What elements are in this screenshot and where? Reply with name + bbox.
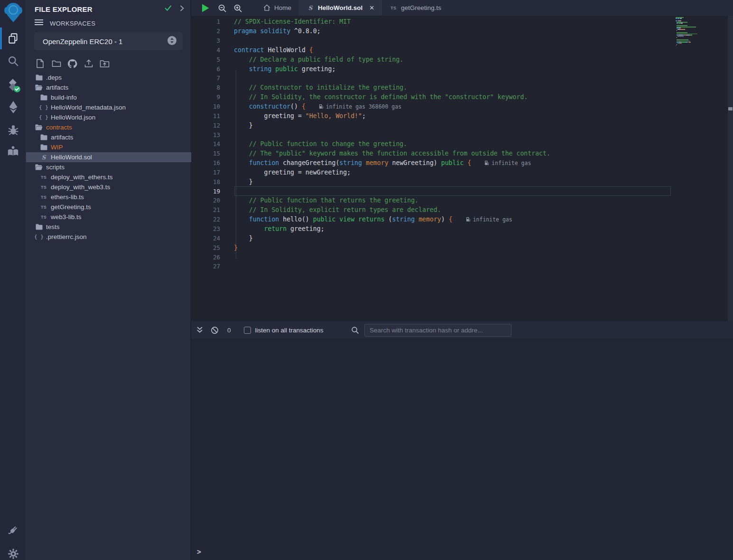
line-number: 7 — [191, 74, 220, 82]
code-text: contract HelloWorld { — [234, 46, 313, 54]
new-folder-button[interactable] — [50, 57, 62, 69]
code-editor[interactable]: 1// SPDX-License-Identifier: MIT2pragma … — [191, 16, 733, 321]
tree-item-label: build-info — [51, 94, 77, 101]
line-number: 2 — [191, 28, 220, 35]
tree-item-label: contracts — [46, 124, 72, 131]
tree-item-contracts[interactable]: contracts — [26, 122, 191, 132]
tree-item-label: deploy_with_web3.ts — [51, 184, 110, 191]
upload-file-button[interactable] — [83, 57, 94, 69]
tree-item-build-info[interactable]: build-info — [26, 92, 191, 102]
code-line-17: 17 greeting = newGreeting; — [191, 168, 728, 177]
sidebar-item-settings[interactable] — [0, 543, 26, 560]
line-number: 6 — [191, 65, 220, 73]
remix-logo-icon — [3, 2, 23, 24]
code-line-26: 26 — [191, 252, 728, 262]
tree-item-tests[interactable]: tests — [26, 222, 191, 232]
tree-item-helloworld-json[interactable]: { }HelloWorld.json — [26, 112, 191, 122]
ts-icon: TS — [390, 6, 397, 10]
json-icon: { } — [35, 234, 43, 240]
close-tab-icon[interactable]: ✕ — [369, 4, 374, 11]
sol-icon: S — [306, 5, 314, 11]
tree-item-deploy-with-ethers-ts[interactable]: TSdeploy_with_ethers.ts — [26, 172, 191, 182]
code-text: } — [234, 235, 253, 242]
tree-item-ethers-lib-ts[interactable]: TSethers-lib.ts — [26, 192, 191, 202]
terminal-search-icon — [351, 326, 359, 334]
tree-item-label: artifacts — [46, 84, 68, 91]
code-line-4: 4contract HelloWorld { — [191, 46, 728, 55]
tree-item-scripts[interactable]: scripts — [26, 162, 191, 172]
sidebar-item-solidity-compiler[interactable] — [0, 75, 26, 96]
tree-item-wip[interactable]: WIP — [26, 142, 191, 152]
sidebar-item-search[interactable] — [0, 51, 26, 72]
sidebar-item-debugger[interactable] — [0, 119, 26, 140]
listen-transactions-checkbox[interactable] — [244, 327, 251, 334]
remix-logo[interactable] — [0, 1, 26, 25]
line-number: 25 — [191, 244, 220, 251]
terminal-collapse-button[interactable] — [196, 326, 204, 334]
run-script-button[interactable] — [200, 2, 211, 14]
code-line-20: 20 // Public function that returns the g… — [191, 196, 728, 205]
line-number: 14 — [191, 140, 220, 147]
tree-item-helloworld-metadata-json[interactable]: { }HelloWorld_metadata.json — [26, 102, 191, 112]
tree-item-getgreeting-ts[interactable]: TSgetGreeting.ts — [26, 202, 191, 212]
file-explorer-toolbar — [34, 57, 111, 69]
tree-item-artifacts[interactable]: artifacts — [26, 132, 191, 142]
panel-collapse-chevron[interactable] — [179, 5, 185, 14]
sidebar-item-plugin-manager[interactable] — [0, 520, 26, 541]
tree-item-helloworld-sol[interactable]: SHelloWorld.sol — [26, 152, 191, 162]
code-text: // Declare a public field of type string… — [234, 56, 403, 63]
terminal-search-input[interactable] — [365, 324, 511, 336]
scrollbar-thumb[interactable] — [728, 107, 733, 110]
sidebar-item-deploy-and-run[interactable] — [0, 97, 26, 118]
line-number: 3 — [191, 37, 220, 44]
folder-closed-icon — [35, 224, 43, 230]
line-number: 16 — [191, 159, 220, 166]
tree-item-web3-lib-ts[interactable]: TSweb3-lib.ts — [26, 212, 191, 222]
line-number: 18 — [191, 178, 220, 185]
tree-item-label: web3-lib.ts — [51, 213, 82, 220]
code-line-18: 18 } — [191, 177, 728, 186]
code-text: string public greeting; — [234, 65, 335, 73]
code-text: greeting = newGreeting; — [234, 169, 351, 176]
code-line-11: 11 greeting = "Hello, World!"; — [191, 111, 728, 120]
workspaces-menu-icon[interactable] — [35, 19, 43, 28]
terminal-output[interactable]: > — [191, 339, 733, 560]
sidebar-item-learn[interactable] — [0, 141, 26, 162]
zoom-in-button[interactable] — [232, 2, 243, 14]
line-number: 20 — [191, 197, 220, 204]
code-text: // Public function to change the greetin… — [234, 140, 407, 147]
line-number: 4 — [191, 46, 220, 54]
tree-item--prettierrc-json[interactable]: { }.prettierrc.json — [26, 232, 191, 242]
code-line-27: 27 — [191, 262, 728, 271]
tree-item-artifacts[interactable]: artifacts — [26, 83, 191, 92]
code-line-1: 1// SPDX-License-Identifier: MIT — [191, 17, 728, 27]
code-line-19: 19 — [191, 186, 728, 196]
clear-console-button[interactable] — [211, 326, 219, 334]
json-icon: { } — [39, 104, 48, 110]
minimap[interactable] — [676, 17, 714, 49]
folder-open-icon — [35, 84, 43, 91]
github-clone-button[interactable] — [66, 57, 78, 69]
new-file-button[interactable] — [34, 57, 46, 69]
code-text: return greeting; — [234, 225, 325, 232]
tree-item-label: tests — [46, 223, 60, 230]
tree-item-deploy-with-web3-ts[interactable]: TSdeploy_with_web3.ts — [26, 182, 191, 192]
editor-scrollbar[interactable] — [728, 16, 733, 321]
workspace-select[interactable]: OpenZeppelin ERC20 - 1 — [34, 32, 183, 50]
gas-estimate-annotation: infinite gas — [466, 216, 512, 223]
upload-folder-button[interactable] — [99, 57, 111, 69]
code-line-8: 8 // Constructor to initialize the greet… — [191, 83, 728, 92]
code-text: pragma solidity ^0.8.0; — [234, 28, 321, 35]
sidebar-item-file-explorer[interactable] — [0, 28, 26, 49]
code-line-23: 23 return greeting; — [191, 224, 728, 234]
tree-item--deps[interactable]: .deps — [26, 73, 191, 83]
tab-getgreeting-ts[interactable]: TSgetGreeting.ts — [382, 0, 449, 16]
tab-helloworld-sol[interactable]: SHelloWorld.sol✕ — [299, 0, 382, 16]
search-icon — [7, 55, 19, 67]
code-line-3: 3 — [191, 36, 728, 46]
line-number: 12 — [191, 122, 220, 129]
ts-icon: TS — [39, 215, 48, 220]
tab-home[interactable]: Home — [255, 0, 299, 16]
folder-open-icon — [35, 124, 43, 130]
zoom-out-button[interactable] — [216, 2, 228, 14]
